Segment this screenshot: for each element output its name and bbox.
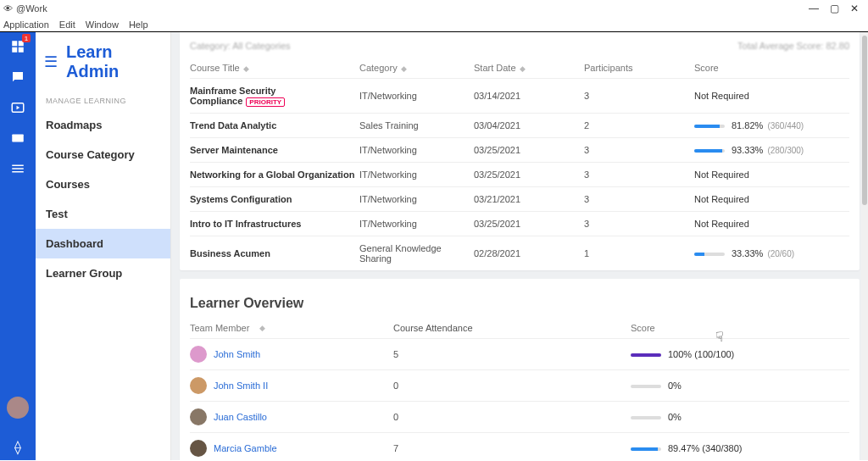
- learner-attendance: 0: [393, 412, 631, 422]
- course-participants: 2: [584, 120, 694, 131]
- priority-badge: PRIORITY: [246, 97, 285, 107]
- score-sub: (280/300): [767, 146, 804, 155]
- avatar: [190, 408, 207, 425]
- score-text: Not Required: [694, 194, 749, 204]
- window-title: @Work: [16, 3, 47, 14]
- sidebar-item-test[interactable]: Test: [36, 199, 170, 229]
- menu-application[interactable]: Application: [3, 19, 49, 30]
- col-course-title[interactable]: Course Title: [190, 63, 240, 73]
- col-attendance[interactable]: Course Attendance: [393, 323, 473, 333]
- rail-home-icon[interactable]: 1: [8, 37, 27, 56]
- course-start-date: 02/28/2021: [474, 248, 584, 258]
- learner-attendance: 5: [393, 349, 631, 359]
- course-title: Trend Data Analytic: [190, 120, 276, 131]
- window-titlebar: 👁 @Work — ▢ ✕: [0, 0, 868, 17]
- rail-card-icon[interactable]: [8, 129, 27, 147]
- avatar: [190, 440, 207, 457]
- col-start-date[interactable]: Start Date: [474, 63, 516, 73]
- score-text: 0%: [668, 412, 682, 422]
- course-row[interactable]: Mainframe Security CompliancePRIORITYIT/…: [190, 78, 849, 113]
- score-bar: [631, 385, 661, 388]
- rail-chat-icon[interactable]: [8, 68, 27, 86]
- learner-header: Team Member◆ Course Attendance Score: [190, 318, 849, 338]
- content-area: Category: All Categories Total Average S…: [171, 32, 868, 460]
- learner-row[interactable]: John Smith II00%: [190, 369, 849, 401]
- close-button[interactable]: ✕: [844, 3, 865, 14]
- learner-row[interactable]: Marcia Gamble789.47% (340/380): [190, 432, 849, 460]
- course-row[interactable]: Intro to IT InfrastructuresIT/Networking…: [190, 211, 849, 236]
- course-title: Networking for a Global Organization: [190, 169, 354, 180]
- learner-name[interactable]: John Smith II: [214, 380, 268, 391]
- user-avatar[interactable]: [7, 397, 29, 419]
- score-text: 81.82%: [732, 120, 763, 131]
- scrollbar[interactable]: [861, 32, 868, 460]
- course-category: IT/Networking: [359, 169, 474, 180]
- learner-row[interactable]: John Smith5100% (100/100): [190, 338, 849, 369]
- sort-icon[interactable]: ◆: [243, 64, 249, 73]
- rail-menu-icon[interactable]: [8, 159, 27, 178]
- course-participants: 3: [584, 219, 694, 229]
- learner-row[interactable]: Juan Castillo00%: [190, 401, 849, 432]
- score-text: 100% (100/100): [668, 349, 734, 359]
- course-start-date: 03/04/2021: [474, 120, 584, 131]
- sort-icon[interactable]: ◆: [520, 64, 526, 73]
- hamburger-icon[interactable]: ☰: [44, 53, 58, 71]
- course-start-date: 03/14/2021: [474, 91, 584, 101]
- score-bar: [694, 125, 725, 128]
- course-start-date: 03/25/2021: [474, 145, 584, 155]
- course-title: Systems Configuration: [190, 194, 292, 204]
- col-learner-score[interactable]: Score: [631, 323, 655, 333]
- menubar: Application Edit Window Help: [0, 17, 868, 32]
- sort-icon[interactable]: ◆: [259, 324, 265, 332]
- score-bar: [694, 149, 725, 153]
- menu-help[interactable]: Help: [129, 19, 148, 30]
- course-title: Intro to IT Infrastructures: [190, 219, 301, 229]
- total-average-score: Total Average Score: 82.80: [737, 41, 849, 51]
- sidebar-item-learner-group[interactable]: Learner Group: [36, 258, 170, 288]
- svg-rect-3: [19, 47, 24, 53]
- notification-badge: 1: [22, 34, 31, 42]
- scrollbar-thumb[interactable]: [862, 36, 867, 205]
- learner-name[interactable]: John Smith: [214, 349, 260, 359]
- sidebar-item-course-category[interactable]: Course Category: [36, 140, 170, 169]
- menu-edit[interactable]: Edit: [59, 19, 75, 30]
- sidebar-item-dashboard[interactable]: Dashboard: [36, 229, 170, 258]
- course-start-date: 03/21/2021: [474, 194, 584, 204]
- left-rail: 1 ⟠: [0, 32, 36, 460]
- course-row[interactable]: Business AcumenGeneral Knowledge Sharing…: [190, 236, 849, 270]
- course-row[interactable]: Systems ConfigurationIT/Networking03/21/…: [190, 186, 849, 211]
- col-category[interactable]: Category: [359, 63, 398, 73]
- eye-icon: 👁: [3, 3, 13, 14]
- score-text: Not Required: [694, 219, 749, 229]
- course-row[interactable]: Server MaintenanceIT/Networking03/25/202…: [190, 137, 849, 162]
- rail-play-icon[interactable]: [8, 98, 27, 117]
- score-text: 89.47% (340/380): [668, 443, 742, 453]
- col-participants[interactable]: Participants: [584, 63, 632, 73]
- maximize-button[interactable]: ▢: [824, 3, 844, 14]
- course-start-date: 03/25/2021: [474, 219, 584, 229]
- filter-category[interactable]: Category: All Categories: [190, 41, 291, 51]
- sidebar-item-courses[interactable]: Courses: [36, 169, 170, 199]
- score-text: 0%: [668, 380, 682, 391]
- course-row[interactable]: Networking for a Global OrganizationIT/N…: [190, 162, 849, 186]
- sort-icon[interactable]: ◆: [401, 64, 407, 73]
- menu-window[interactable]: Window: [86, 19, 119, 30]
- course-row[interactable]: Trend Data AnalyticSales Training03/04/2…: [190, 113, 849, 137]
- col-team-member[interactable]: Team Member: [190, 323, 249, 333]
- course-participants: 3: [584, 145, 694, 155]
- learner-overview-title: Learner Overview: [190, 286, 849, 318]
- learner-name[interactable]: Juan Castillo: [214, 412, 267, 422]
- course-category: IT/Networking: [359, 194, 474, 204]
- learner-name[interactable]: Marcia Gamble: [214, 443, 277, 453]
- score-sub: (20/60): [767, 249, 794, 258]
- score-bar: [631, 447, 661, 451]
- col-score[interactable]: Score: [694, 63, 719, 73]
- sidebar-item-roadmaps[interactable]: Roadmaps: [36, 110, 170, 140]
- course-title: Business Acumen: [190, 248, 270, 258]
- course-participants: 3: [584, 169, 694, 180]
- course-category: IT/Networking: [359, 91, 474, 101]
- rail-link-icon[interactable]: ⟠: [14, 439, 21, 455]
- score-bar: [631, 416, 661, 419]
- minimize-button[interactable]: —: [804, 3, 824, 14]
- svg-rect-2: [12, 47, 17, 53]
